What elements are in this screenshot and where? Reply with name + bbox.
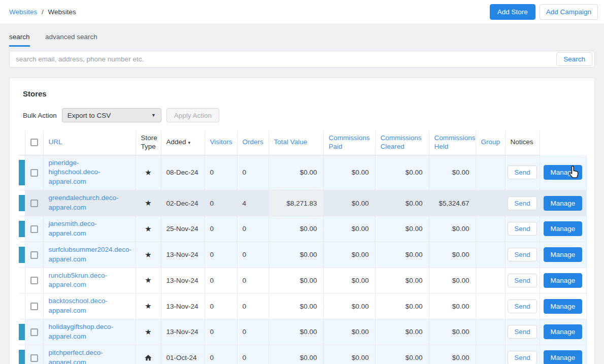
total-value-cell: $0.00 bbox=[269, 268, 323, 293]
column-header-orders[interactable]: Orders bbox=[237, 130, 269, 155]
row-checkbox[interactable] bbox=[30, 251, 38, 259]
manage-cell: Manage bbox=[540, 345, 586, 364]
tab-advanced-search[interactable]: advanced search bbox=[45, 33, 97, 47]
search-input[interactable] bbox=[16, 55, 556, 63]
store-url-link[interactable]: backtoschool.deco-apparel.com bbox=[49, 296, 130, 316]
row-checkbox[interactable] bbox=[30, 200, 38, 207]
row-flag-indicator bbox=[19, 242, 25, 268]
bulk-action-row: Bulk Action Export to CSV ▼ Apply Action bbox=[23, 108, 585, 122]
notices-cell: Send bbox=[505, 242, 540, 268]
manage-button[interactable]: Manage bbox=[544, 299, 583, 314]
column-header-commissions-paid[interactable]: Commissions Paid bbox=[323, 130, 375, 155]
column-header-visitors[interactable]: Visitors bbox=[205, 130, 237, 155]
store-type-cell bbox=[136, 345, 161, 364]
send-button[interactable]: Send bbox=[508, 351, 537, 364]
visitors-cell: 0 bbox=[205, 216, 237, 242]
manage-cell: Manage bbox=[540, 216, 586, 242]
store-url-link[interactable]: runclub5krun.deco-apparel.com bbox=[49, 271, 130, 290]
apply-action-button[interactable]: Apply Action bbox=[166, 108, 219, 122]
column-header-store-type[interactable]: Store Type bbox=[136, 130, 161, 155]
breadcrumb-websites-link[interactable]: Websites bbox=[9, 8, 37, 16]
url-cell: holidaygiftshop.deco-apparel.com bbox=[43, 319, 136, 345]
manage-button[interactable]: Manage bbox=[544, 247, 583, 262]
store-url-link[interactable]: pineridge-highschool.deco-apparel.com bbox=[49, 158, 130, 187]
send-button[interactable]: Send bbox=[508, 222, 537, 236]
total-value-cell: $0.00 bbox=[269, 293, 323, 319]
tab-search[interactable]: search bbox=[9, 33, 30, 47]
row-checkbox[interactable] bbox=[30, 354, 38, 362]
total-value-cell: $0.00 bbox=[269, 242, 323, 268]
notices-cell: Send bbox=[505, 216, 540, 242]
sort-desc-icon: ▾ bbox=[188, 140, 191, 145]
url-cell: greendalechurch.deco-apparel.com bbox=[43, 190, 136, 216]
store-url-link[interactable]: holidaygiftshop.deco-apparel.com bbox=[49, 322, 130, 342]
commissions-held-cell: $5,324.67 bbox=[429, 190, 476, 216]
store-type-cell: ★ bbox=[136, 190, 161, 216]
added-cell: 01-Oct-24 bbox=[161, 345, 205, 364]
manage-button[interactable]: Manage bbox=[544, 221, 583, 236]
send-button[interactable]: Send bbox=[508, 325, 537, 339]
column-header-group[interactable]: Group bbox=[476, 130, 505, 155]
store-url-link[interactable]: pitchperfect.deco-apparel.com bbox=[49, 348, 130, 364]
manage-button[interactable]: Manage bbox=[544, 273, 583, 288]
group-cell bbox=[476, 155, 505, 190]
manage-button[interactable]: Manage bbox=[544, 196, 583, 211]
row-flag-indicator bbox=[19, 190, 25, 216]
row-flag-indicator bbox=[19, 268, 25, 293]
row-checkbox-cell bbox=[25, 268, 43, 293]
url-cell: pitchperfect.deco-apparel.com bbox=[43, 345, 136, 364]
url-cell: runclub5krun.deco-apparel.com bbox=[43, 268, 136, 293]
row-checkbox-cell bbox=[25, 242, 43, 268]
commissions-paid-cell: $0.00 bbox=[323, 293, 375, 319]
added-cell: 13-Nov-24 bbox=[161, 242, 205, 268]
manage-cell: Manage bbox=[540, 293, 586, 319]
manage-button[interactable]: Manage bbox=[544, 165, 583, 180]
row-checkbox[interactable] bbox=[30, 303, 38, 310]
manage-button[interactable]: Manage bbox=[544, 324, 583, 339]
notices-cell: Send bbox=[505, 293, 540, 319]
add-store-button[interactable]: Add Store bbox=[490, 4, 535, 20]
store-url-link[interactable]: janesmith.deco-apparel.com bbox=[49, 219, 130, 239]
row-checkbox[interactable] bbox=[30, 328, 38, 336]
notices-cell: Send bbox=[505, 319, 540, 345]
visitors-cell: 0 bbox=[205, 268, 237, 293]
manage-cell: Manage bbox=[540, 242, 586, 268]
manage-cell: Manage bbox=[540, 155, 586, 190]
row-checkbox[interactable] bbox=[30, 225, 38, 233]
store-type-cell: ★ bbox=[136, 319, 161, 345]
total-value-cell: $0.00 bbox=[269, 155, 323, 190]
column-header-notices[interactable]: Notices bbox=[505, 130, 540, 155]
search-button[interactable]: Search bbox=[556, 52, 592, 66]
bulk-action-select[interactable]: Export to CSV ▼ bbox=[62, 108, 161, 122]
store-url-link[interactable]: surfclubsummer2024.deco-apparel.com bbox=[49, 245, 132, 264]
flag-bar bbox=[19, 350, 25, 364]
row-checkbox[interactable] bbox=[30, 169, 38, 177]
visitors-cell: 0 bbox=[205, 319, 237, 345]
send-button[interactable]: Send bbox=[508, 166, 537, 179]
column-header-url[interactable]: URL bbox=[43, 130, 136, 155]
row-flag-indicator bbox=[19, 216, 25, 242]
store-type-cell: ★ bbox=[136, 242, 161, 268]
add-campaign-button[interactable]: Add Campaign bbox=[540, 4, 598, 20]
commissions-paid-cell: $0.00 bbox=[323, 216, 375, 242]
send-button[interactable]: Send bbox=[508, 300, 537, 313]
group-cell bbox=[476, 293, 505, 319]
commissions-cleared-cell: $0.00 bbox=[375, 345, 429, 364]
column-header-commissions-cleared[interactable]: Commissions Cleared bbox=[375, 130, 429, 155]
manage-button[interactable]: Manage bbox=[544, 350, 583, 364]
select-all-checkbox[interactable] bbox=[30, 139, 38, 146]
send-button[interactable]: Send bbox=[508, 274, 537, 287]
send-button[interactable]: Send bbox=[508, 196, 537, 210]
column-header-added[interactable]: Added▾ bbox=[161, 130, 205, 155]
visitors-cell: 0 bbox=[205, 293, 237, 319]
added-cell: 13-Nov-24 bbox=[161, 268, 205, 293]
row-checkbox[interactable] bbox=[30, 277, 38, 284]
orders-cell: 0 bbox=[237, 319, 269, 345]
orders-cell: 0 bbox=[237, 345, 269, 364]
table-row: pineridge-highschool.deco-apparel.com★08… bbox=[19, 155, 586, 190]
send-button[interactable]: Send bbox=[508, 248, 537, 261]
table-header-row: URLStore TypeAdded▾VisitorsOrdersTotal V… bbox=[19, 130, 586, 155]
column-header-total-value[interactable]: Total Value bbox=[269, 130, 323, 155]
column-header-commissions-held[interactable]: Commissions Held bbox=[429, 130, 476, 155]
store-url-link[interactable]: greendalechurch.deco-apparel.com bbox=[49, 193, 130, 213]
